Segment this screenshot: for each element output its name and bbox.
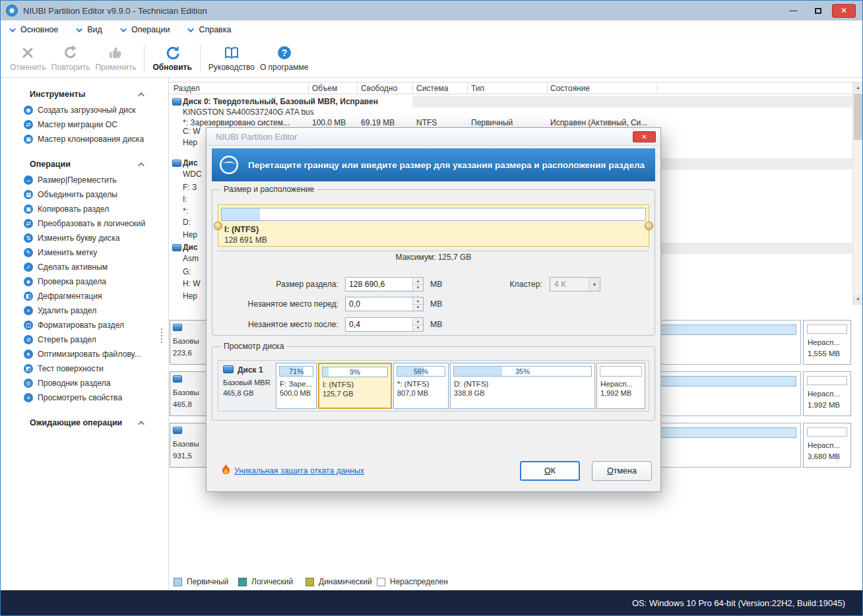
partition-row-fragment[interactable]: *:: [183, 206, 188, 216]
partition-cell-reserved[interactable]: 56% *: (NTFS) 807,0 MB: [393, 363, 449, 409]
spin-up-icon[interactable]: ▲: [413, 318, 423, 325]
col-header-volume[interactable]: Объем: [312, 84, 337, 93]
table-scrollbar[interactable]: ▲ ▼: [852, 82, 863, 305]
sidebar-item-surface-test[interactable]: ◩Тест поверхности: [1, 361, 168, 376]
diskmap-unallocated-block[interactable]: Нерасп... 1,555 MB: [803, 320, 851, 365]
scroll-down-button[interactable]: ▼: [853, 294, 863, 304]
diskmap-unallocated-block[interactable]: Нерасп... 1,992 MB: [803, 371, 851, 416]
undo-button[interactable]: Отменить: [7, 39, 49, 77]
sidebar-item-resize-move[interactable]: ↔Размер|Переместить: [1, 173, 168, 187]
col-header-partition[interactable]: Раздел: [174, 84, 200, 93]
disk1-title-fragment[interactable]: Дис: [183, 158, 198, 168]
dialog-close-button[interactable]: ✕: [633, 131, 656, 142]
manual-button[interactable]: Руководство: [206, 39, 257, 77]
scroll-up-button[interactable]: ▲: [853, 82, 863, 92]
partition-row-fragment[interactable]: F: З: [183, 183, 197, 192]
banner-text: Перетащите границу или введите размер дл…: [248, 160, 645, 170]
row-status[interactable]: Исправен (Активный, Си...: [550, 118, 647, 127]
col-header-free[interactable]: Свободно: [361, 84, 397, 93]
row-type[interactable]: Первичный: [471, 118, 513, 127]
redo-button[interactable]: Повторить: [49, 39, 93, 77]
sidebar-item-change-label[interactable]: ✎Изменить метку: [1, 245, 168, 260]
partition-cell-d[interactable]: 35% D: (NTFS) 338,8 GB: [450, 363, 595, 409]
diskmap-disk1-block[interactable]: Базовы 465,8: [170, 371, 208, 416]
left-resize-handle[interactable]: [214, 222, 222, 230]
sidebar-item-delete[interactable]: ×Удалить раздел: [1, 303, 168, 318]
diskmap-disk0-block[interactable]: Базовы 223,6: [170, 320, 208, 365]
menu-main[interactable]: Основное: [11, 25, 58, 34]
sidebar-item-defrag[interactable]: ◧Дефрагментация: [1, 289, 168, 303]
group-title: Размер и расположение: [220, 185, 317, 194]
sidebar-item-merge[interactable]: ▦Объединить разделы: [1, 187, 168, 202]
spin-down-icon[interactable]: ▼: [413, 325, 423, 332]
rollback-protection-link[interactable]: Уникальная защита отката данных: [234, 466, 364, 476]
titlebar: NIUBI Partition Editor v9.9.0 - Technici…: [1, 1, 862, 20]
partition-row-fragment[interactable]: H: W: [183, 279, 201, 288]
os-migration-icon: ⇄: [24, 120, 33, 129]
space-after-input[interactable]: [346, 318, 412, 331]
sidebar-item-optimize[interactable]: ∗Оптимизировать файлову...: [1, 347, 168, 361]
right-resize-handle[interactable]: [645, 222, 653, 230]
sidebar-item-copy[interactable]: ▣Копировать раздел: [1, 202, 168, 216]
section-operations[interactable]: Операции: [1, 156, 168, 173]
spin-up-icon[interactable]: ▲: [413, 297, 423, 305]
about-button[interactable]: ? О программе: [257, 39, 311, 77]
sidebar-item-convert-logical[interactable]: ⇄Преобразовать в логический: [1, 216, 168, 231]
cancel-button[interactable]: Отмена: [592, 461, 652, 481]
scrollbar-thumb[interactable]: [854, 94, 862, 140]
disk-icon: [173, 427, 182, 434]
partition-row-fragment[interactable]: Нер: [183, 138, 197, 147]
disk-clone-icon: ▣: [24, 135, 33, 144]
sidebar-item-format[interactable]: ◫Форматировать раздел: [1, 318, 168, 332]
partition-row-fragment[interactable]: Нер: [183, 230, 197, 239]
splitter-handle[interactable]: [161, 328, 162, 330]
chevron-down-icon: [9, 26, 16, 32]
section-pending-operations[interactable]: Ожидающие операции: [1, 414, 168, 431]
diskmap-disk2-block[interactable]: Базовы 931,5: [170, 423, 208, 468]
section-tools[interactable]: Инструменты: [1, 86, 168, 103]
header-top-border: [169, 82, 863, 82]
row-volume[interactable]: 100.0 MB: [312, 118, 346, 127]
row-free[interactable]: 69.19 MB: [361, 118, 395, 127]
partition-row-fragment[interactable]: C: W: [183, 127, 201, 136]
row-partition-name[interactable]: *: Зарезервировано систем...: [183, 118, 290, 127]
partition-row-fragment[interactable]: G:: [183, 267, 191, 276]
menu-operations[interactable]: Операции: [122, 25, 170, 34]
refresh-button[interactable]: Обновить: [150, 39, 194, 77]
spin-up-icon[interactable]: ▲: [413, 278, 423, 285]
menu-view[interactable]: Вид: [78, 25, 102, 34]
sidebar-item-set-active[interactable]: ✓Сделать активным: [1, 260, 168, 274]
partition-cell-i-selected[interactable]: 9% I: (NTFS) 125,7 GB: [318, 363, 392, 409]
sidebar-item-check[interactable]: ◈Проверка раздела: [1, 274, 168, 289]
partition-cell-unallocated[interactable]: Нерасп... 1,992 MB: [596, 363, 645, 409]
sidebar-item-os-migration[interactable]: ⇄Мастер миграции ОС: [1, 117, 168, 132]
row-system[interactable]: NTFS: [416, 118, 437, 127]
menu-help[interactable]: Справка: [189, 25, 231, 34]
sidebar-item-explore[interactable]: ◎Проводник раздела: [1, 376, 168, 390]
ok-button[interactable]: ОК: [520, 461, 580, 481]
spin-down-icon[interactable]: ▼: [413, 305, 423, 311]
minimize-button[interactable]: —: [782, 4, 804, 18]
partition-slider[interactable]: I: (NTFS) 128 691 MB: [218, 204, 649, 247]
sidebar-item-bootdisk[interactable]: ◉Создать загрузочный диск: [1, 103, 168, 117]
space-before-input[interactable]: [346, 297, 412, 311]
partition-row-fragment[interactable]: Нер: [183, 292, 197, 301]
spin-down-icon[interactable]: ▼: [413, 285, 423, 292]
sidebar-item-change-letter[interactable]: ⇅Изменить букву диска: [1, 231, 168, 245]
sidebar-item-disk-clone[interactable]: ▣Мастер клонирования диска: [1, 132, 168, 146]
col-header-system[interactable]: Система: [416, 84, 448, 93]
maximize-button[interactable]: [807, 4, 829, 18]
col-header-status[interactable]: Состояние: [550, 84, 590, 93]
close-button[interactable]: ✕: [832, 4, 856, 18]
sidebar-item-properties[interactable]: ≡Просмотреть свойства: [1, 390, 168, 405]
sidebar-item-wipe[interactable]: ⊘Стереть раздел: [1, 332, 168, 347]
disk0-title[interactable]: Диск 0: Твердотельный, Базовый MBR, Испр…: [183, 97, 378, 106]
partition-row-fragment[interactable]: D:: [183, 218, 191, 227]
apply-button[interactable]: Применить: [92, 39, 139, 77]
partition-cell-f[interactable]: 71% F: Заре... 500,0 MB: [276, 363, 317, 409]
partition-row-fragment[interactable]: I:: [183, 195, 187, 204]
partition-size-input[interactable]: [346, 278, 412, 291]
diskmap-unallocated-block[interactable]: Нерасп... 3,680 MB: [803, 423, 851, 468]
col-header-type[interactable]: Тип: [471, 84, 484, 93]
disk2-title-fragment[interactable]: Дис: [183, 243, 198, 252]
